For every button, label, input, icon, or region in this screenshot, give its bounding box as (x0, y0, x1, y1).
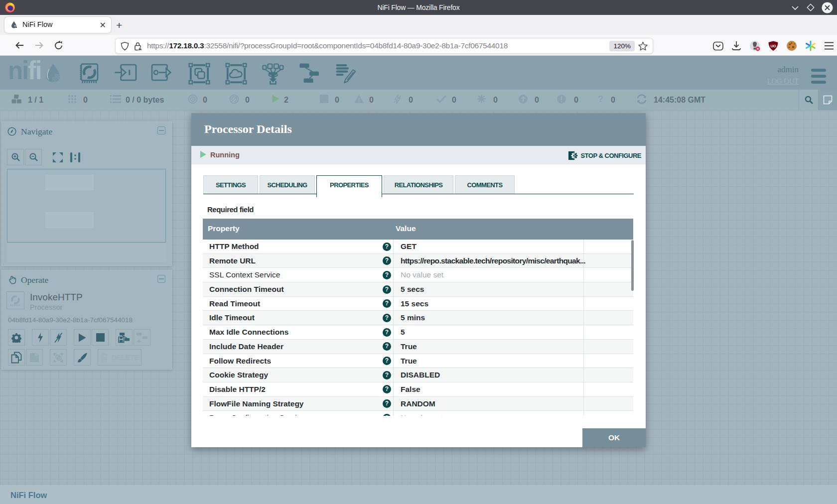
svg-text:UO: UO (770, 43, 776, 48)
svg-text:?: ? (598, 94, 603, 104)
